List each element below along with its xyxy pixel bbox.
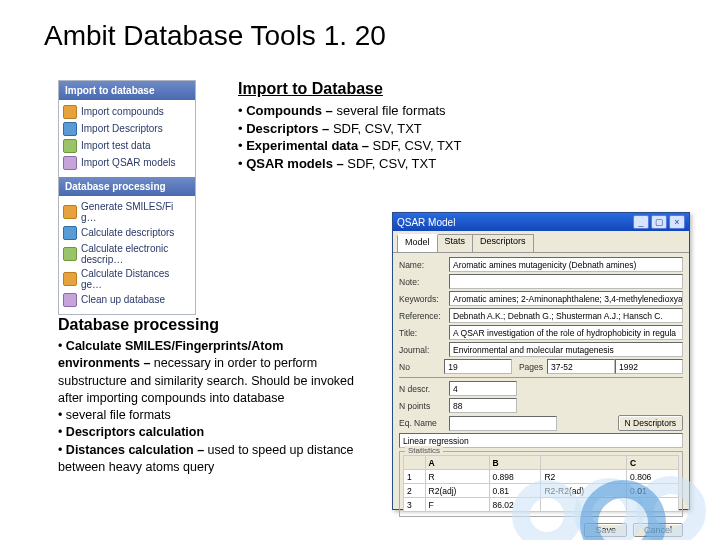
- close-icon[interactable]: ×: [669, 215, 685, 229]
- item-label: Import compounds: [81, 106, 164, 117]
- item-label: Calculate electronic descrip…: [81, 243, 191, 265]
- npoints-label: N points: [399, 401, 449, 411]
- bullet-line: • Distances calculation – used to speed …: [58, 442, 354, 477]
- panel-head-import: Import to database: [59, 81, 195, 100]
- item-icon: [63, 105, 77, 119]
- sidebar-item[interactable]: Import compounds: [63, 103, 191, 120]
- eqname-field[interactable]: [449, 416, 557, 431]
- item-label: Import Descriptors: [81, 123, 163, 134]
- item-icon: [63, 122, 77, 136]
- cell: R: [425, 470, 489, 484]
- field-value[interactable]: Environmental and molecular mutagenesis: [449, 342, 683, 357]
- bullet-line: • Descriptors – SDF, CSV, TXT: [238, 120, 461, 138]
- item-icon: [63, 247, 77, 261]
- sidebar-item[interactable]: Import QSAR models: [63, 154, 191, 171]
- tab-descriptors[interactable]: Descriptors: [472, 234, 534, 252]
- section-processing-head: Database processing: [58, 316, 219, 334]
- col-head: B: [489, 456, 541, 470]
- cell: R2(adj): [425, 484, 489, 498]
- sidebar-item[interactable]: Clean up database: [63, 291, 191, 308]
- table-row: 3F86.02: [404, 498, 679, 512]
- npoints-field[interactable]: 88: [449, 398, 517, 413]
- field-value[interactable]: Aromatic amines mutagenicity (Debnath am…: [449, 257, 683, 272]
- tab-stats[interactable]: Stats: [437, 234, 474, 252]
- cell: [541, 498, 627, 512]
- cell: 0.01: [627, 484, 679, 498]
- field-label: Name:: [399, 260, 449, 270]
- tab-model[interactable]: Model: [397, 234, 438, 252]
- bullet-line: • Calculate SMILES/Fingerprints/Atom env…: [58, 338, 354, 407]
- slide: Ambit Database Tools 1. 20 Import to dat…: [0, 0, 720, 540]
- cell: 0.898: [489, 470, 541, 484]
- maximize-icon[interactable]: ▢: [651, 215, 667, 229]
- item-icon: [63, 272, 77, 286]
- bullet-line: • Experimental data – SDF, CSV, TXT: [238, 137, 461, 155]
- col-head: [404, 456, 426, 470]
- tools-panel: Import to database Import compoundsImpor…: [58, 80, 196, 315]
- item-label: Import QSAR models: [81, 157, 175, 168]
- bullet-line: • QSAR models – SDF, CSV, TXT: [238, 155, 461, 173]
- bullet-line: • Descriptors calculation: [58, 424, 354, 441]
- cell: 0.81: [489, 484, 541, 498]
- field-label: Note:: [399, 277, 449, 287]
- item-icon: [63, 156, 77, 170]
- item-label: Generate SMILES/Fi g…: [81, 201, 191, 223]
- qsar-body: Name:Aromatic amines mutagenicity (Debna…: [393, 253, 689, 519]
- item-icon: [63, 205, 77, 219]
- eqname-label: Eq. Name: [399, 418, 449, 428]
- bullet-line: • Compounds – several file formats: [238, 102, 461, 120]
- item-label: Clean up database: [81, 294, 165, 305]
- field-label: Title:: [399, 328, 449, 338]
- qsar-titlebar[interactable]: QSAR Model _ ▢ ×: [393, 213, 689, 231]
- section-import-body: • Compounds – several file formats• Desc…: [238, 102, 461, 172]
- item-label: Calculate Distances ge…: [81, 268, 191, 290]
- col-head: [541, 456, 627, 470]
- field-value[interactable]: Debnath A.K.; Debnath G.; Shusterman A.J…: [449, 308, 683, 323]
- cell: F: [425, 498, 489, 512]
- pub-pages-field[interactable]: 37-52: [547, 359, 615, 374]
- col-head: C: [627, 456, 679, 470]
- save-button[interactable]: Save: [584, 523, 627, 537]
- cell: 86.02: [489, 498, 541, 512]
- field-label: Journal:: [399, 345, 449, 355]
- ndesc-label: N descr.: [399, 384, 449, 394]
- field-label: Reference:: [399, 311, 449, 321]
- cancel-button[interactable]: Cancel: [633, 523, 683, 537]
- pub-pages-label: Pages: [512, 362, 547, 372]
- cell: 1: [404, 470, 426, 484]
- page-title: Ambit Database Tools 1. 20: [44, 20, 386, 52]
- field-value[interactable]: Aromatic amines; 2-Aminonaphthalene; 3,4…: [449, 291, 683, 306]
- field-label: Keywords:: [399, 294, 449, 304]
- ndescriptors-button[interactable]: N Descriptors: [618, 415, 683, 431]
- item-icon: [63, 293, 77, 307]
- table-row: 2R2(adj)0.81R2-R2(ad)0.01: [404, 484, 679, 498]
- item-icon: [63, 139, 77, 153]
- cell: 0.806: [627, 470, 679, 484]
- qsar-window: QSAR Model _ ▢ × Model Stats Descriptors…: [392, 212, 690, 510]
- sidebar-item[interactable]: Calculate descriptors: [63, 224, 191, 241]
- pub-no-field[interactable]: 19: [444, 359, 512, 374]
- sidebar-item[interactable]: Import Descriptors: [63, 120, 191, 137]
- panel-head-processing: Database processing: [59, 177, 195, 196]
- qsar-tabstrip: Model Stats Descriptors: [393, 231, 689, 253]
- table-row: 1R0.898R20.806: [404, 470, 679, 484]
- sidebar-item[interactable]: Import test data: [63, 137, 191, 154]
- section-processing-body: • Calculate SMILES/Fingerprints/Atom env…: [58, 338, 354, 476]
- cell: [627, 498, 679, 512]
- stats-block-title: Statistics: [405, 446, 443, 455]
- pub-year-field[interactable]: 1992: [615, 359, 683, 374]
- cell: R2: [541, 470, 627, 484]
- field-value[interactable]: [449, 274, 683, 289]
- item-label: Import test data: [81, 140, 150, 151]
- item-icon: [63, 226, 77, 240]
- sidebar-item[interactable]: Calculate Distances ge…: [63, 266, 191, 291]
- col-head: A: [425, 456, 489, 470]
- cell: 2: [404, 484, 426, 498]
- sidebar-item[interactable]: Calculate electronic descrip…: [63, 241, 191, 266]
- stats-table: ABC1R0.898R20.8062R2(adj)0.81R2-R2(ad)0.…: [403, 455, 679, 512]
- sidebar-item[interactable]: Generate SMILES/Fi g…: [63, 199, 191, 224]
- cell: 3: [404, 498, 426, 512]
- minimize-icon[interactable]: _: [633, 215, 649, 229]
- field-value[interactable]: A QSAR investigation of the role of hydr…: [449, 325, 683, 340]
- ndesc-field[interactable]: 4: [449, 381, 517, 396]
